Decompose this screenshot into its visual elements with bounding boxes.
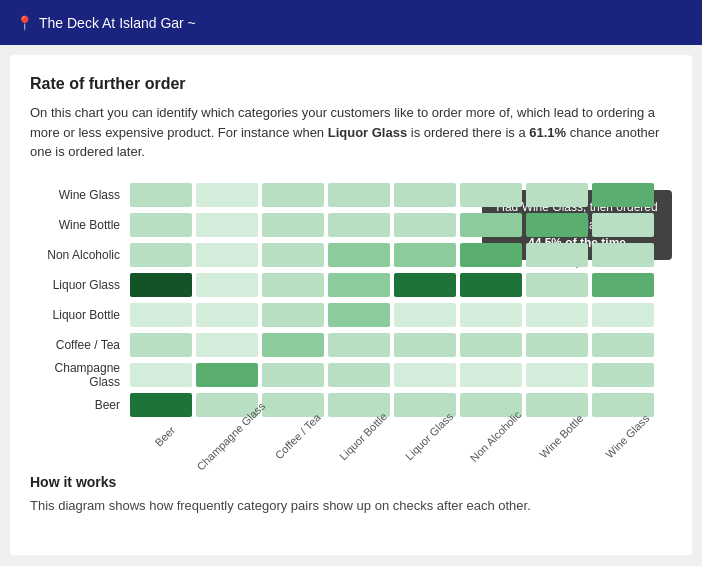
cell[interactable] — [196, 273, 258, 297]
cell[interactable] — [130, 213, 192, 237]
cell[interactable] — [526, 183, 588, 207]
cell[interactable] — [526, 273, 588, 297]
x-label-wrap: Non Alcoholic — [460, 426, 522, 444]
cell[interactable] — [460, 183, 522, 207]
chart-row: Coffee / Tea — [130, 332, 662, 358]
cell[interactable] — [526, 213, 588, 237]
x-label-wrap: Champagne Glass — [196, 426, 258, 444]
cell[interactable] — [394, 273, 456, 297]
cell[interactable] — [592, 183, 654, 207]
description-after: is ordered there is a — [407, 125, 529, 140]
row-label: Champagne Glass — [30, 361, 130, 389]
cell[interactable] — [592, 363, 654, 387]
x-label-wrap: Coffee / Tea — [262, 426, 324, 444]
cell[interactable] — [262, 213, 324, 237]
cell[interactable] — [196, 183, 258, 207]
cell[interactable] — [262, 273, 324, 297]
cell[interactable] — [460, 333, 522, 357]
chart-row: Non Alcoholic — [130, 242, 662, 268]
cell[interactable] — [130, 183, 192, 207]
cell[interactable] — [394, 183, 456, 207]
cell[interactable] — [196, 303, 258, 327]
main-content: Rate of further order On this chart you … — [10, 55, 692, 555]
cell[interactable] — [394, 243, 456, 267]
cell[interactable] — [526, 303, 588, 327]
row-label: Coffee / Tea — [30, 338, 130, 352]
x-label-wrap: Liquor Glass — [394, 426, 456, 444]
cell[interactable] — [328, 243, 390, 267]
cell[interactable] — [592, 213, 654, 237]
x-label-wrap: Wine Bottle — [526, 426, 588, 444]
cell[interactable] — [328, 333, 390, 357]
x-label-wrap: Beer — [130, 426, 192, 444]
cell[interactable] — [460, 243, 522, 267]
chart-row: Liquor Bottle — [130, 302, 662, 328]
cell[interactable] — [460, 363, 522, 387]
cell[interactable] — [328, 213, 390, 237]
cell[interactable] — [328, 303, 390, 327]
location-selector[interactable]: 📍 The Deck At Island Gar ~ — [16, 15, 196, 31]
cell[interactable] — [394, 333, 456, 357]
cell[interactable] — [460, 213, 522, 237]
location-label: The Deck At Island Gar ~ — [39, 15, 196, 31]
chart-area: Wine GlassWine BottleNon AlcoholicLiquor… — [130, 182, 662, 422]
cell[interactable] — [394, 303, 456, 327]
cell[interactable] — [526, 333, 588, 357]
row-label: Beer — [30, 398, 130, 412]
top-bar: 📍 The Deck At Island Gar ~ — [0, 0, 702, 45]
chart-container: Had Wine Glass, then ordered Wine Glass … — [30, 182, 672, 444]
cell[interactable] — [262, 363, 324, 387]
cell[interactable] — [196, 243, 258, 267]
cell[interactable] — [130, 333, 192, 357]
cell[interactable] — [592, 303, 654, 327]
cell[interactable] — [328, 183, 390, 207]
how-it-works-text: This diagram shows how frequently catego… — [30, 496, 672, 516]
row-label: Liquor Bottle — [30, 308, 130, 322]
row-cells — [130, 393, 662, 417]
cell[interactable] — [328, 273, 390, 297]
row-cells — [130, 303, 662, 327]
cell[interactable] — [592, 333, 654, 357]
cell[interactable] — [130, 363, 192, 387]
cell[interactable] — [262, 183, 324, 207]
cell[interactable] — [262, 333, 324, 357]
cell[interactable] — [196, 363, 258, 387]
cell[interactable] — [196, 213, 258, 237]
chart-row: Wine Bottle — [130, 212, 662, 238]
cell[interactable] — [394, 213, 456, 237]
cell[interactable] — [130, 273, 192, 297]
description: On this chart you can identify which cat… — [30, 103, 672, 162]
cell[interactable] — [592, 273, 654, 297]
cell[interactable] — [130, 393, 192, 417]
cell[interactable] — [196, 333, 258, 357]
row-cells — [130, 363, 662, 387]
chart-row: Liquor Glass — [130, 272, 662, 298]
cell[interactable] — [130, 243, 192, 267]
row-label: Liquor Glass — [30, 278, 130, 292]
x-axis-label: Beer — [153, 423, 178, 448]
cell[interactable] — [130, 303, 192, 327]
cell[interactable] — [394, 363, 456, 387]
description-bold: Liquor Glass — [328, 125, 407, 140]
chart-row: Champagne Glass — [130, 362, 662, 388]
how-it-works-title: How it works — [30, 474, 672, 490]
cell[interactable] — [328, 363, 390, 387]
cell[interactable] — [262, 303, 324, 327]
row-cells — [130, 213, 662, 237]
cell[interactable] — [592, 243, 654, 267]
cell[interactable] — [526, 243, 588, 267]
row-label: Wine Glass — [30, 188, 130, 202]
cell[interactable] — [460, 303, 522, 327]
cell[interactable] — [262, 243, 324, 267]
section-title: Rate of further order — [30, 75, 672, 93]
row-cells — [130, 183, 662, 207]
cell[interactable] — [526, 363, 588, 387]
x-axis: BeerChampagne GlassCoffee / TeaLiquor Bo… — [130, 426, 662, 444]
chart-row: Wine Glass — [130, 182, 662, 208]
row-cells — [130, 333, 662, 357]
x-label-wrap: Wine Glass — [592, 426, 654, 444]
row-label: Non Alcoholic — [30, 248, 130, 262]
x-label-wrap: Liquor Bottle — [328, 426, 390, 444]
chart-row: Beer — [130, 392, 662, 418]
cell[interactable] — [460, 273, 522, 297]
